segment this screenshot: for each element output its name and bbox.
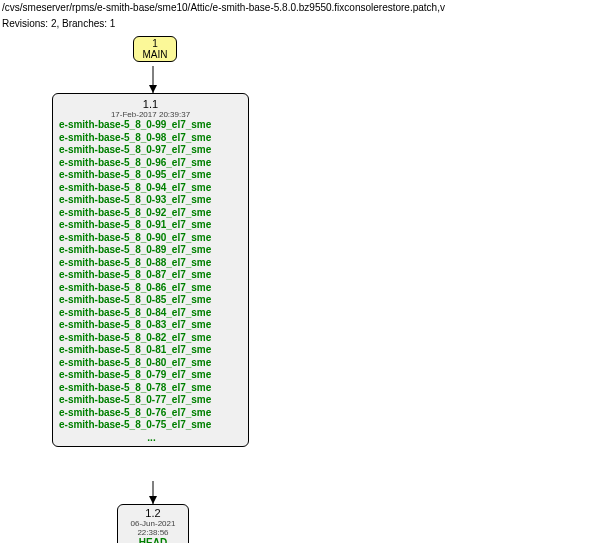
- rev-number: 1.1: [57, 98, 244, 110]
- tag-item: e-smith-base-5_8_0-98_el7_sme: [59, 132, 244, 145]
- tag-item: e-smith-base-5_8_0-93_el7_sme: [59, 194, 244, 207]
- revision-node-1-1[interactable]: 1.1 17-Feb-2017 20:39:37 e-smith-base-5_…: [52, 93, 249, 447]
- tag-item: e-smith-base-5_8_0-85_el7_sme: [59, 294, 244, 307]
- tag-item: e-smith-base-5_8_0-90_el7_sme: [59, 232, 244, 245]
- tag-item: e-smith-base-5_8_0-97_el7_sme: [59, 144, 244, 157]
- tag-item: e-smith-base-5_8_0-83_el7_sme: [59, 319, 244, 332]
- tag-item: e-smith-base-5_8_0-94_el7_sme: [59, 182, 244, 195]
- rev-number: 1.2: [122, 507, 184, 519]
- tag-item: e-smith-base-5_8_0-82_el7_sme: [59, 332, 244, 345]
- tag-item: e-smith-base-5_8_0-79_el7_sme: [59, 369, 244, 382]
- tag-item: e-smith-base-5_8_0-95_el7_sme: [59, 169, 244, 182]
- tag-item: e-smith-base-5_8_0-76_el7_sme: [59, 407, 244, 420]
- tag-item: e-smith-base-5_8_0-77_el7_sme: [59, 394, 244, 407]
- revision-tree: 1 MAIN 1.1 17-Feb-2017 20:39:37 e-smith-…: [2, 34, 592, 543]
- tag-item: e-smith-base-5_8_0-78_el7_sme: [59, 382, 244, 395]
- rev-tags-list: e-smith-base-5_8_0-99_el7_smee-smith-bas…: [57, 119, 244, 432]
- rev-date: 17-Feb-2017 20:39:37: [57, 110, 244, 119]
- tag-item: e-smith-base-5_8_0-81_el7_sme: [59, 344, 244, 357]
- branch-rev: 1: [140, 38, 170, 49]
- tag-item: e-smith-base-5_8_0-99_el7_sme: [59, 119, 244, 132]
- rev-head-label: HEAD: [122, 537, 184, 543]
- tag-item: e-smith-base-5_8_0-84_el7_sme: [59, 307, 244, 320]
- svg-marker-3: [149, 496, 157, 504]
- rev-date: 06-Jun-2021 22:38:56: [122, 519, 184, 537]
- header-revisions: Revisions: 2, Branches: 1: [2, 18, 594, 30]
- revision-node-1-2[interactable]: 1.2 06-Jun-2021 22:38:56 HEAD: [117, 504, 189, 543]
- tag-item: e-smith-base-5_8_0-80_el7_sme: [59, 357, 244, 370]
- tag-item: e-smith-base-5_8_0-96_el7_sme: [59, 157, 244, 170]
- branch-node-main[interactable]: 1 MAIN: [133, 36, 177, 62]
- header-path: /cvs/smeserver/rpms/e-smith-base/sme10/A…: [2, 2, 594, 14]
- tag-item: e-smith-base-5_8_0-92_el7_sme: [59, 207, 244, 220]
- tag-item: e-smith-base-5_8_0-75_el7_sme: [59, 419, 244, 432]
- svg-marker-1: [149, 85, 157, 93]
- branch-label: MAIN: [140, 49, 170, 60]
- tag-item: e-smith-base-5_8_0-86_el7_sme: [59, 282, 244, 295]
- tag-item: e-smith-base-5_8_0-91_el7_sme: [59, 219, 244, 232]
- tag-item: e-smith-base-5_8_0-88_el7_sme: [59, 257, 244, 270]
- tag-item: e-smith-base-5_8_0-87_el7_sme: [59, 269, 244, 282]
- rev-tags-ellipsis: ...: [57, 432, 244, 445]
- tag-item: e-smith-base-5_8_0-89_el7_sme: [59, 244, 244, 257]
